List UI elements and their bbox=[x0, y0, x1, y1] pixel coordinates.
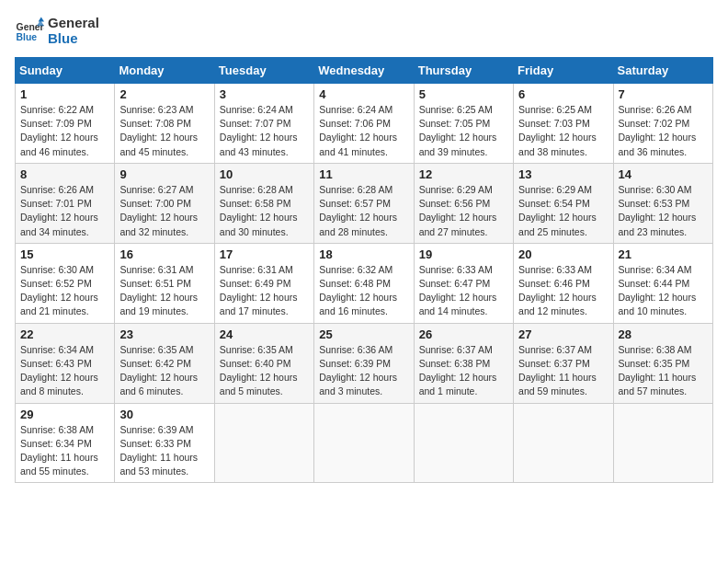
calendar-day-cell: 7Sunrise: 6:26 AMSunset: 7:02 PMDaylight… bbox=[613, 84, 712, 164]
day-number: 2 bbox=[119, 87, 209, 101]
logo: General Blue General Blue bbox=[15, 15, 99, 46]
weekday-header-wednesday: Wednesday bbox=[314, 58, 414, 84]
day-number: 29 bbox=[20, 408, 109, 421]
calendar-day-cell: 6Sunrise: 6:25 AMSunset: 7:03 PMDaylight… bbox=[514, 84, 613, 164]
day-number: 24 bbox=[220, 327, 309, 341]
day-number: 5 bbox=[419, 87, 508, 101]
day-detail: Sunrise: 6:24 AMSunset: 7:06 PMDaylight:… bbox=[319, 103, 408, 159]
day-number: 4 bbox=[319, 87, 408, 101]
day-number: 1 bbox=[20, 87, 109, 101]
page-header: General Blue General Blue bbox=[15, 15, 713, 46]
day-detail: Sunrise: 6:37 AMSunset: 6:38 PMDaylight:… bbox=[419, 343, 508, 399]
calendar-day-cell: 28Sunrise: 6:38 AMSunset: 6:35 PMDayligh… bbox=[613, 323, 712, 403]
day-number: 20 bbox=[518, 247, 608, 261]
day-detail: Sunrise: 6:34 AMSunset: 6:43 PMDaylight:… bbox=[20, 343, 109, 399]
day-number: 26 bbox=[419, 327, 508, 341]
calendar-day-cell: 12Sunrise: 6:29 AMSunset: 6:56 PMDayligh… bbox=[414, 163, 513, 243]
day-number: 8 bbox=[20, 167, 109, 181]
calendar-day-cell bbox=[613, 403, 712, 483]
day-number: 13 bbox=[518, 167, 608, 181]
weekday-header-saturday: Saturday bbox=[613, 58, 712, 84]
day-detail: Sunrise: 6:25 AMSunset: 7:05 PMDaylight:… bbox=[419, 103, 508, 159]
day-detail: Sunrise: 6:28 AMSunset: 6:57 PMDaylight:… bbox=[319, 183, 408, 239]
calendar-day-cell: 27Sunrise: 6:37 AMSunset: 6:37 PMDayligh… bbox=[514, 323, 613, 403]
calendar-day-cell: 22Sunrise: 6:34 AMSunset: 6:43 PMDayligh… bbox=[16, 323, 115, 403]
day-detail: Sunrise: 6:25 AMSunset: 7:03 PMDaylight:… bbox=[518, 103, 608, 159]
calendar-day-cell bbox=[414, 403, 513, 483]
day-detail: Sunrise: 6:24 AMSunset: 7:07 PMDaylight:… bbox=[220, 103, 309, 159]
svg-marker-2 bbox=[39, 17, 44, 22]
day-detail: Sunrise: 6:33 AMSunset: 6:46 PMDaylight:… bbox=[518, 263, 608, 319]
day-number: 17 bbox=[220, 247, 309, 261]
day-detail: Sunrise: 6:31 AMSunset: 6:51 PMDaylight:… bbox=[119, 263, 209, 319]
svg-text:Blue: Blue bbox=[17, 32, 38, 42]
weekday-header-friday: Friday bbox=[514, 58, 613, 84]
calendar-day-cell: 19Sunrise: 6:33 AMSunset: 6:47 PMDayligh… bbox=[414, 243, 513, 323]
day-number: 9 bbox=[119, 167, 209, 181]
day-detail: Sunrise: 6:35 AMSunset: 6:40 PMDaylight:… bbox=[220, 343, 309, 399]
calendar-day-cell: 25Sunrise: 6:36 AMSunset: 6:39 PMDayligh… bbox=[314, 323, 414, 403]
calendar-day-cell: 2Sunrise: 6:23 AMSunset: 7:08 PMDaylight… bbox=[115, 84, 214, 164]
calendar-day-cell: 23Sunrise: 6:35 AMSunset: 6:42 PMDayligh… bbox=[115, 323, 214, 403]
day-number: 16 bbox=[119, 247, 209, 261]
day-detail: Sunrise: 6:30 AMSunset: 6:52 PMDaylight:… bbox=[20, 263, 109, 319]
calendar-day-cell: 30Sunrise: 6:39 AMSunset: 6:33 PMDayligh… bbox=[115, 403, 214, 483]
day-number: 28 bbox=[619, 327, 708, 341]
day-detail: Sunrise: 6:35 AMSunset: 6:42 PMDaylight:… bbox=[119, 343, 209, 399]
day-number: 19 bbox=[419, 247, 508, 261]
weekday-header-thursday: Thursday bbox=[414, 58, 513, 84]
calendar-day-cell bbox=[214, 403, 313, 483]
day-detail: Sunrise: 6:32 AMSunset: 6:48 PMDaylight:… bbox=[319, 263, 408, 319]
day-detail: Sunrise: 6:31 AMSunset: 6:49 PMDaylight:… bbox=[220, 263, 309, 319]
calendar-day-cell: 4Sunrise: 6:24 AMSunset: 7:06 PMDaylight… bbox=[314, 84, 414, 164]
day-detail: Sunrise: 6:27 AMSunset: 7:00 PMDaylight:… bbox=[119, 183, 209, 239]
calendar-week-row: 8Sunrise: 6:26 AMSunset: 7:01 PMDaylight… bbox=[16, 163, 713, 243]
day-detail: Sunrise: 6:26 AMSunset: 7:02 PMDaylight:… bbox=[619, 103, 708, 159]
calendar-day-cell: 14Sunrise: 6:30 AMSunset: 6:53 PMDayligh… bbox=[613, 163, 712, 243]
weekday-header-sunday: Sunday bbox=[16, 58, 115, 84]
day-number: 30 bbox=[119, 408, 209, 421]
calendar-day-cell: 13Sunrise: 6:29 AMSunset: 6:54 PMDayligh… bbox=[514, 163, 613, 243]
logo-general: General bbox=[48, 15, 99, 30]
day-number: 18 bbox=[319, 247, 408, 261]
day-number: 12 bbox=[419, 167, 508, 181]
calendar-day-cell: 29Sunrise: 6:38 AMSunset: 6:34 PMDayligh… bbox=[16, 403, 115, 483]
day-number: 27 bbox=[518, 327, 608, 341]
day-number: 14 bbox=[619, 167, 708, 181]
day-detail: Sunrise: 6:23 AMSunset: 7:08 PMDaylight:… bbox=[119, 103, 209, 159]
calendar-day-cell: 18Sunrise: 6:32 AMSunset: 6:48 PMDayligh… bbox=[314, 243, 414, 323]
logo-icon: General Blue bbox=[15, 16, 44, 45]
day-number: 23 bbox=[119, 327, 209, 341]
day-number: 7 bbox=[619, 87, 708, 101]
day-detail: Sunrise: 6:29 AMSunset: 6:56 PMDaylight:… bbox=[419, 183, 508, 239]
calendar-day-cell: 15Sunrise: 6:30 AMSunset: 6:52 PMDayligh… bbox=[16, 243, 115, 323]
day-detail: Sunrise: 6:29 AMSunset: 6:54 PMDaylight:… bbox=[518, 183, 608, 239]
day-detail: Sunrise: 6:33 AMSunset: 6:47 PMDaylight:… bbox=[419, 263, 508, 319]
day-detail: Sunrise: 6:38 AMSunset: 6:34 PMDaylight:… bbox=[20, 423, 109, 479]
calendar-day-cell: 10Sunrise: 6:28 AMSunset: 6:58 PMDayligh… bbox=[214, 163, 313, 243]
day-number: 3 bbox=[220, 87, 309, 101]
weekday-header-row: SundayMondayTuesdayWednesdayThursdayFrid… bbox=[16, 58, 713, 84]
calendar-day-cell bbox=[514, 403, 613, 483]
day-detail: Sunrise: 6:38 AMSunset: 6:35 PMDaylight:… bbox=[619, 343, 708, 399]
calendar-day-cell: 24Sunrise: 6:35 AMSunset: 6:40 PMDayligh… bbox=[214, 323, 313, 403]
calendar-day-cell: 16Sunrise: 6:31 AMSunset: 6:51 PMDayligh… bbox=[115, 243, 214, 323]
logo-blue: Blue bbox=[48, 30, 99, 46]
day-number: 15 bbox=[20, 247, 109, 261]
day-detail: Sunrise: 6:34 AMSunset: 6:44 PMDaylight:… bbox=[619, 263, 708, 319]
day-detail: Sunrise: 6:37 AMSunset: 6:37 PMDaylight:… bbox=[518, 343, 608, 399]
calendar-day-cell: 3Sunrise: 6:24 AMSunset: 7:07 PMDaylight… bbox=[214, 84, 313, 164]
day-number: 6 bbox=[518, 87, 608, 101]
calendar-day-cell: 17Sunrise: 6:31 AMSunset: 6:49 PMDayligh… bbox=[214, 243, 313, 323]
calendar-week-row: 22Sunrise: 6:34 AMSunset: 6:43 PMDayligh… bbox=[16, 323, 713, 403]
day-detail: Sunrise: 6:22 AMSunset: 7:09 PMDaylight:… bbox=[20, 103, 109, 159]
calendar-day-cell: 21Sunrise: 6:34 AMSunset: 6:44 PMDayligh… bbox=[613, 243, 712, 323]
day-detail: Sunrise: 6:36 AMSunset: 6:39 PMDaylight:… bbox=[319, 343, 408, 399]
calendar-table: SundayMondayTuesdayWednesdayThursdayFrid… bbox=[15, 57, 713, 483]
calendar-day-cell: 26Sunrise: 6:37 AMSunset: 6:38 PMDayligh… bbox=[414, 323, 513, 403]
calendar-day-cell: 1Sunrise: 6:22 AMSunset: 7:09 PMDaylight… bbox=[16, 84, 115, 164]
calendar-day-cell bbox=[314, 403, 414, 483]
calendar-day-cell: 5Sunrise: 6:25 AMSunset: 7:05 PMDaylight… bbox=[414, 84, 513, 164]
weekday-header-monday: Monday bbox=[115, 58, 214, 84]
calendar-week-row: 1Sunrise: 6:22 AMSunset: 7:09 PMDaylight… bbox=[16, 84, 713, 164]
